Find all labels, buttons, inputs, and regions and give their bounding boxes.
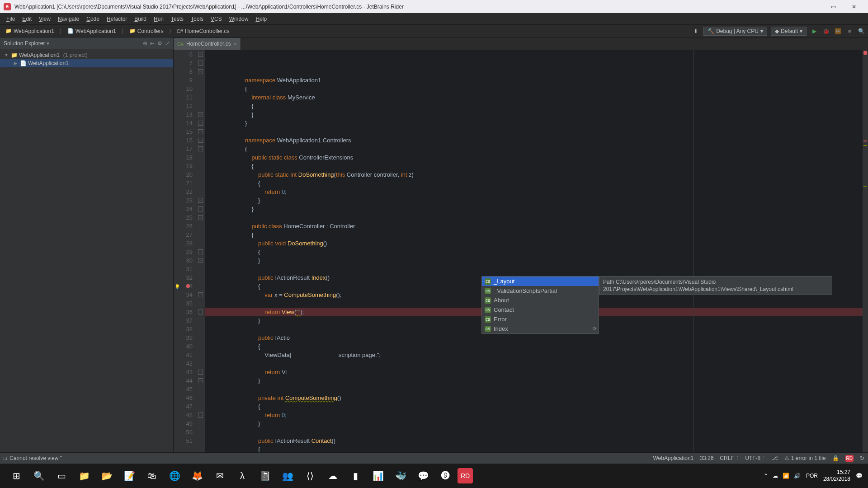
menu-tools[interactable]: Tools (187, 14, 207, 24)
code-line[interactable] (205, 127, 863, 136)
code-line[interactable]: { (205, 230, 863, 239)
code-line[interactable]: namespace WebApplication1 (205, 76, 863, 84)
code-line[interactable]: { (205, 179, 863, 188)
task-manager-icon[interactable]: 📊 (367, 465, 389, 487)
code-line[interactable]: } (205, 419, 863, 428)
linqpad-icon[interactable]: λ (231, 465, 253, 487)
outlook-icon[interactable]: ✉ (209, 465, 231, 487)
menu-navigate[interactable]: Navigate (54, 14, 83, 24)
fold-marker[interactable]: − (198, 206, 203, 211)
code-line[interactable]: ViewData[ scription page."; (205, 351, 863, 359)
azure-icon[interactable]: ☁ (322, 465, 344, 487)
completion-item[interactable]: csAbout (482, 296, 599, 305)
run-button[interactable]: ▶ (810, 27, 818, 35)
code-line[interactable]: } (205, 205, 863, 213)
menu-refactor[interactable]: Refactor (103, 14, 131, 24)
fold-marker[interactable]: − (198, 112, 203, 117)
fold-marker[interactable]: − (198, 310, 203, 314)
search-icon[interactable]: 🔍 (28, 465, 50, 487)
lightbulb-icon[interactable]: 💡 (175, 282, 180, 291)
editor-tab[interactable]: C# HomeController.cs × (174, 38, 241, 50)
code-line[interactable] (205, 428, 863, 436)
completion-item[interactable]: csContact (482, 305, 599, 314)
code-line[interactable]: } (205, 256, 863, 265)
code-line[interactable]: public static int DoSomething(this Contr… (205, 170, 863, 179)
slack-icon[interactable]: 💬 (412, 465, 434, 487)
notepad-icon[interactable]: 📝 (118, 465, 140, 487)
status-sync-icon[interactable]: ↻ (860, 455, 864, 461)
teams-icon[interactable]: 👥 (277, 465, 298, 487)
code-line[interactable]: } (205, 119, 863, 127)
breadcrumb-item[interactable]: 📁WebApplication1 (3, 27, 57, 35)
menu-vcs[interactable]: VCS (207, 14, 226, 24)
fold-marker[interactable]: − (198, 129, 203, 134)
status-ide-icon[interactable]: RD (845, 455, 854, 462)
vscode-icon[interactable]: ⟨⟩ (299, 465, 321, 487)
menu-file[interactable]: File (3, 14, 19, 24)
code-line[interactable]: { (205, 84, 863, 93)
menu-tests[interactable]: Tests (167, 14, 187, 24)
menu-help[interactable]: Help (252, 14, 270, 24)
code-line[interactable]: return Vi (205, 368, 863, 376)
code-line[interactable]: namespace WebApplication1.Controllers (205, 136, 863, 145)
fold-marker[interactable]: − (198, 249, 203, 254)
tray-chevron-icon[interactable]: ⌃ (764, 473, 768, 479)
inspection-indicator-icon[interactable] (863, 51, 867, 55)
fold-marker[interactable]: − (198, 258, 203, 263)
tray-volume-icon[interactable]: 🔊 (794, 473, 801, 479)
code-line[interactable]: { (205, 248, 863, 256)
menu-run[interactable]: Run (150, 14, 167, 24)
minimize-button[interactable]: ─ (802, 0, 823, 13)
onenote-icon[interactable]: 📓 (254, 465, 276, 487)
run-config-selector[interactable]: ◆ Default ▾ (771, 27, 807, 36)
code-line[interactable] (205, 385, 863, 394)
firefox-icon[interactable]: 🦊 (186, 465, 208, 487)
fold-marker[interactable]: − (198, 138, 203, 143)
status-encoding[interactable]: UTF-8 ÷ (745, 455, 765, 461)
fold-marker[interactable]: − (198, 198, 203, 203)
breadcrumb-item[interactable]: C#HomeController.cs (174, 27, 232, 35)
code-line[interactable]: public IActio (205, 333, 863, 342)
tray-onedrive-icon[interactable]: ☁ (773, 473, 778, 479)
tray-notifications-icon[interactable]: 💬 (856, 473, 863, 479)
warning-marker[interactable] (863, 186, 867, 187)
completion-item[interactable]: cs_Layout (482, 277, 599, 286)
close-button[interactable]: ✕ (844, 0, 864, 13)
close-tab-icon[interactable]: × (234, 41, 237, 47)
project-node[interactable]: ▶ 📄 WebApplication1 (0, 59, 173, 67)
code-line[interactable]: { (205, 402, 863, 411)
debug-button[interactable]: 🐞 (822, 27, 830, 35)
skype-icon[interactable]: 🅢 (435, 465, 457, 487)
code-line[interactable]: return 0; (205, 411, 863, 419)
completion-popup[interactable]: cs_Layoutcs_ValidationScriptsPartialcsAb… (481, 276, 599, 334)
menu-edit[interactable]: Edit (19, 14, 35, 24)
error-marker[interactable] (863, 141, 867, 141)
code-line[interactable]: return 0; (205, 188, 863, 196)
breakpoint-icon[interactable] (186, 284, 190, 288)
code-line[interactable]: { (205, 145, 863, 153)
target-icon[interactable]: ⊕ (143, 40, 147, 47)
fold-marker[interactable]: − (198, 52, 203, 57)
gear-icon[interactable]: ⚙ (157, 40, 162, 47)
fold-marker[interactable]: − (198, 215, 203, 220)
rider-icon[interactable]: RD (458, 468, 473, 483)
code-line[interactable]: { (205, 162, 863, 170)
code-line[interactable]: private int ComputeSomething() (205, 394, 863, 402)
menu-build[interactable]: Build (131, 14, 150, 24)
completion-item[interactable]: csIndex (482, 324, 599, 333)
store-icon[interactable]: 🛍 (141, 465, 163, 487)
completion-item[interactable]: cs_ValidationScriptsPartial (482, 286, 599, 296)
code-line[interactable] (205, 265, 863, 273)
breadcrumb-item[interactable]: 📁Controllers (127, 27, 166, 35)
collapse-icon[interactable]: ⇤ (150, 40, 155, 47)
fold-marker[interactable]: − (198, 413, 203, 418)
hide-icon[interactable]: ⤢ (165, 40, 170, 47)
file-explorer-icon[interactable]: 📁 (73, 465, 95, 487)
search-icon[interactable]: 🔍 (857, 27, 865, 35)
maximize-button[interactable]: ▭ (823, 0, 844, 13)
build-icon[interactable]: ⬇ (692, 27, 700, 35)
chrome-icon[interactable]: 🌐 (164, 465, 185, 487)
fold-marker[interactable]: − (198, 378, 203, 383)
completion-item[interactable]: csError (482, 314, 599, 324)
tray-language[interactable]: POR (806, 473, 818, 479)
